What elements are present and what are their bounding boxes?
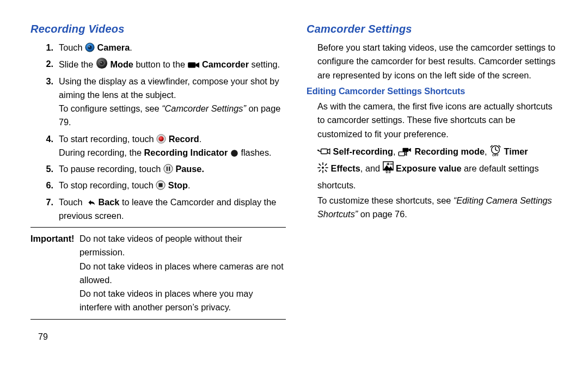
step-number: 5. xyxy=(30,162,59,176)
record-icon xyxy=(156,134,166,144)
shortcut-list: Self-recording, Recording mode, Timer Ef… xyxy=(317,143,562,194)
right-column: Camcorder Settings Before you start taki… xyxy=(301,21,562,381)
step-6: 6. To stop recording, touch Stop. xyxy=(30,179,286,192)
step-body: To start recording, touch Record. During… xyxy=(59,132,286,160)
camcorder-icon xyxy=(188,61,200,69)
step-number: 7. xyxy=(30,195,59,223)
cross-ref: “Camcorder Settings” xyxy=(162,103,246,113)
effects-icon xyxy=(317,162,328,173)
important-line: Do not take videos of people without the… xyxy=(79,232,286,260)
step-body: To stop recording, touch Stop. xyxy=(59,179,286,192)
important-line: Do not take videos in places where camer… xyxy=(79,260,286,287)
step-7: 7. Touch Back to leave the Camcorder and… xyxy=(30,195,286,223)
step-body: Using the display as a viewfinder, compo… xyxy=(59,75,286,130)
important-label: Important! xyxy=(30,232,79,315)
mode-icon xyxy=(96,57,108,69)
heading-camcorder-settings: Camcorder Settings xyxy=(307,21,562,38)
customize-paragraph: To customize these shortcuts, see “Editi… xyxy=(317,194,562,222)
back-icon xyxy=(85,198,96,207)
step-5: 5. To pause recording, touch Pause. xyxy=(30,162,286,176)
paragraph: As with the camera, the first five icons… xyxy=(317,100,562,141)
intro-paragraph: Before you start taking videos, use the … xyxy=(317,41,562,82)
pause-icon xyxy=(163,164,173,174)
camera-icon xyxy=(85,42,95,52)
step-2: 2. Slide the Mode button to the Camcorde… xyxy=(30,57,286,71)
timer-icon xyxy=(489,144,501,156)
self-recording-icon xyxy=(317,146,330,156)
step-number: 6. xyxy=(30,179,59,192)
step-4: 4. To start recording, touch Record. Dur… xyxy=(30,132,286,160)
steps-list: 1. Touch Camera. 2. Slide the Mode butto… xyxy=(30,41,286,223)
exposure-icon xyxy=(383,161,394,173)
left-column: Recording Videos 1. Touch Camera. 2. Sli… xyxy=(30,21,301,381)
divider xyxy=(30,227,286,228)
divider xyxy=(30,319,286,320)
step-body: Touch Back to leave the Camcorder and di… xyxy=(59,195,286,223)
step-number: 3. xyxy=(30,75,59,130)
step-number: 2. xyxy=(30,57,59,71)
rec-indicator-icon xyxy=(230,149,238,157)
step-1: 1. Touch Camera. xyxy=(30,41,286,54)
manual-page: Recording Videos 1. Touch Camera. 2. Sli… xyxy=(0,0,588,392)
subheading-editing-shortcuts: Editing Camcorder Settings Shortcuts xyxy=(307,84,562,98)
step-number: 4. xyxy=(30,132,59,160)
page-number: 79 xyxy=(38,330,286,344)
recording-mode-icon xyxy=(398,146,412,156)
important-line: Do not take videos in places where you m… xyxy=(79,287,286,315)
stop-icon xyxy=(156,180,166,190)
step-body: Slide the Mode button to the Camcorder s… xyxy=(59,57,286,71)
step-number: 1. xyxy=(30,41,59,54)
important-note: Important! Do not take videos of people … xyxy=(30,232,286,315)
step-body: Touch Camera. xyxy=(59,41,286,54)
step-body: To pause recording, touch Pause. xyxy=(59,162,286,176)
step-3: 3. Using the display as a viewfinder, co… xyxy=(30,75,286,130)
heading-recording-videos: Recording Videos xyxy=(30,21,286,38)
